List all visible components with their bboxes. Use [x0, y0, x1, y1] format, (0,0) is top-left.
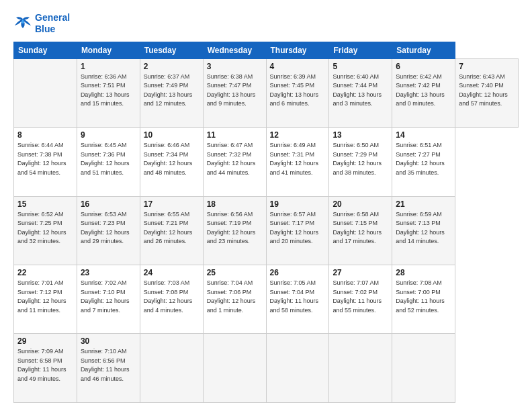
logo-text: General Blue [35, 12, 70, 35]
calendar-cell: 24 Sunrise: 7:03 AMSunset: 7:08 PMDaylig… [140, 265, 203, 334]
day-info: Sunrise: 6:36 AMSunset: 7:51 PMDaylight:… [81, 73, 130, 107]
day-number: 24 [144, 268, 200, 277]
calendar-cell: 4 Sunrise: 6:39 AMSunset: 7:45 PMDayligh… [266, 58, 329, 127]
calendar-cell [140, 334, 203, 403]
calendar-cell: 6 Sunrise: 6:42 AMSunset: 7:42 PMDayligh… [392, 58, 455, 127]
day-info: Sunrise: 6:39 AMSunset: 7:45 PMDaylight:… [270, 73, 319, 107]
day-info: Sunrise: 6:42 AMSunset: 7:42 PMDaylight:… [396, 73, 445, 107]
day-info: Sunrise: 7:02 AMSunset: 7:10 PMDaylight:… [81, 279, 130, 314]
day-header: Sunday [14, 42, 77, 58]
day-info: Sunrise: 6:40 AMSunset: 7:44 PMDaylight:… [332, 73, 382, 107]
day-info: Sunrise: 7:10 AMSunset: 6:56 PMDaylight:… [81, 348, 130, 382]
day-info: Sunrise: 6:59 AMSunset: 7:13 PMDaylight:… [396, 211, 445, 245]
calendar-cell: 13 Sunrise: 6:50 AMSunset: 7:29 PMDaylig… [329, 128, 392, 196]
calendar-cell: 15 Sunrise: 6:52 AMSunset: 7:25 PMDaylig… [14, 196, 77, 265]
day-number: 7 [459, 62, 515, 71]
calendar-cell: 16 Sunrise: 6:53 AMSunset: 7:23 PMDaylig… [77, 196, 140, 265]
day-info: Sunrise: 6:38 AMSunset: 7:47 PMDaylight:… [207, 73, 256, 107]
day-info: Sunrise: 6:53 AMSunset: 7:23 PMDaylight:… [81, 211, 130, 245]
page: General Blue SundayMondayTuesdayWednesda… [0, 0, 532, 411]
day-number: 17 [144, 199, 200, 209]
day-number: 15 [17, 199, 73, 209]
calendar-cell: 21 Sunrise: 6:59 AMSunset: 7:13 PMDaylig… [392, 196, 455, 265]
day-number: 22 [17, 268, 73, 277]
calendar-cell: 19 Sunrise: 6:57 AMSunset: 7:17 PMDaylig… [266, 196, 329, 265]
day-header: Tuesday [140, 42, 203, 58]
day-number: 27 [332, 268, 388, 277]
calendar-cell: 1 Sunrise: 6:36 AMSunset: 7:51 PMDayligh… [77, 58, 140, 127]
day-number: 28 [396, 268, 451, 277]
calendar-table: SundayMondayTuesdayWednesdayThursdayFrid… [13, 42, 519, 403]
day-info: Sunrise: 6:57 AMSunset: 7:17 PMDaylight:… [270, 211, 319, 245]
calendar-cell: 27 Sunrise: 7:07 AMSunset: 7:02 PMDaylig… [329, 265, 392, 334]
day-info: Sunrise: 7:07 AMSunset: 7:02 PMDaylight:… [332, 279, 382, 314]
day-number: 21 [396, 199, 451, 209]
calendar-cell [329, 334, 392, 403]
day-header: Friday [329, 42, 392, 58]
day-info: Sunrise: 7:09 AMSunset: 6:58 PMDaylight:… [17, 348, 66, 382]
day-info: Sunrise: 7:05 AMSunset: 7:04 PMDaylight:… [270, 279, 319, 314]
calendar-cell: 14 Sunrise: 6:51 AMSunset: 7:27 PMDaylig… [392, 128, 455, 196]
calendar-cell: 22 Sunrise: 7:01 AMSunset: 7:12 PMDaylig… [14, 265, 77, 334]
day-number: 25 [207, 268, 263, 277]
calendar-cell: 9 Sunrise: 6:45 AMSunset: 7:36 PMDayligh… [77, 128, 140, 196]
day-number: 3 [207, 62, 263, 71]
day-info: Sunrise: 6:58 AMSunset: 7:15 PMDaylight:… [332, 211, 382, 245]
calendar-cell: 8 Sunrise: 6:44 AMSunset: 7:38 PMDayligh… [14, 128, 77, 196]
day-number: 20 [332, 199, 388, 209]
day-info: Sunrise: 6:49 AMSunset: 7:31 PMDaylight:… [270, 142, 319, 176]
calendar-cell: 29 Sunrise: 7:09 AMSunset: 6:58 PMDaylig… [14, 334, 77, 403]
calendar-cell: 12 Sunrise: 6:49 AMSunset: 7:31 PMDaylig… [266, 128, 329, 196]
day-header: Monday [77, 42, 140, 58]
day-info: Sunrise: 7:08 AMSunset: 7:00 PMDaylight:… [396, 279, 445, 314]
calendar-cell [392, 334, 455, 403]
calendar-cell: 2 Sunrise: 6:37 AMSunset: 7:49 PMDayligh… [140, 58, 203, 127]
day-info: Sunrise: 7:04 AMSunset: 7:06 PMDaylight:… [207, 279, 256, 314]
day-number: 14 [396, 130, 451, 140]
day-info: Sunrise: 6:51 AMSunset: 7:27 PMDaylight:… [396, 142, 445, 176]
calendar-cell: 23 Sunrise: 7:02 AMSunset: 7:10 PMDaylig… [77, 265, 140, 334]
day-number: 4 [270, 62, 326, 71]
day-number: 13 [332, 130, 388, 140]
calendar-cell: 20 Sunrise: 6:58 AMSunset: 7:15 PMDaylig… [329, 196, 392, 265]
day-info: Sunrise: 6:50 AMSunset: 7:29 PMDaylight:… [332, 142, 382, 176]
calendar-cell: 11 Sunrise: 6:47 AMSunset: 7:32 PMDaylig… [203, 128, 266, 196]
calendar-cell: 10 Sunrise: 6:46 AMSunset: 7:34 PMDaylig… [140, 128, 203, 196]
calendar-cell: 5 Sunrise: 6:40 AMSunset: 7:44 PMDayligh… [329, 58, 392, 127]
day-info: Sunrise: 6:43 AMSunset: 7:40 PMDaylight:… [459, 73, 508, 107]
day-info: Sunrise: 6:46 AMSunset: 7:34 PMDaylight:… [144, 142, 193, 176]
calendar-cell: 18 Sunrise: 6:56 AMSunset: 7:19 PMDaylig… [203, 196, 266, 265]
day-header: Wednesday [203, 42, 266, 58]
day-number: 9 [81, 130, 136, 140]
day-info: Sunrise: 7:03 AMSunset: 7:08 PMDaylight:… [144, 279, 193, 314]
calendar-cell [203, 334, 266, 403]
calendar-cell [266, 334, 329, 403]
day-header: Thursday [266, 42, 329, 58]
day-number: 8 [17, 130, 73, 140]
day-info: Sunrise: 6:47 AMSunset: 7:32 PMDaylight:… [207, 142, 256, 176]
logo-icon [13, 16, 32, 31]
day-number: 10 [144, 130, 200, 140]
calendar-cell: 28 Sunrise: 7:08 AMSunset: 7:00 PMDaylig… [392, 265, 455, 334]
day-number: 30 [81, 336, 136, 346]
day-info: Sunrise: 6:45 AMSunset: 7:36 PMDaylight:… [81, 142, 130, 176]
day-number: 11 [207, 130, 263, 140]
day-number: 16 [81, 199, 136, 209]
day-number: 19 [270, 199, 326, 209]
day-info: Sunrise: 7:01 AMSunset: 7:12 PMDaylight:… [17, 279, 66, 314]
day-info: Sunrise: 6:52 AMSunset: 7:25 PMDaylight:… [17, 211, 66, 245]
day-info: Sunrise: 6:37 AMSunset: 7:49 PMDaylight:… [144, 73, 193, 107]
calendar-cell: 7 Sunrise: 6:43 AMSunset: 7:40 PMDayligh… [455, 58, 519, 127]
day-info: Sunrise: 6:56 AMSunset: 7:19 PMDaylight:… [207, 211, 256, 245]
header: General Blue [13, 12, 519, 35]
day-number: 23 [81, 268, 136, 277]
day-number: 18 [207, 199, 263, 209]
calendar-cell: 25 Sunrise: 7:04 AMSunset: 7:06 PMDaylig… [203, 265, 266, 334]
day-number: 6 [396, 62, 451, 71]
calendar-cell: 3 Sunrise: 6:38 AMSunset: 7:47 PMDayligh… [203, 58, 266, 127]
day-info: Sunrise: 6:44 AMSunset: 7:38 PMDaylight:… [17, 142, 66, 176]
day-number: 2 [144, 62, 200, 71]
logo: General Blue [13, 12, 70, 35]
calendar-cell: 30 Sunrise: 7:10 AMSunset: 6:56 PMDaylig… [77, 334, 140, 403]
empty-cell [14, 58, 77, 127]
